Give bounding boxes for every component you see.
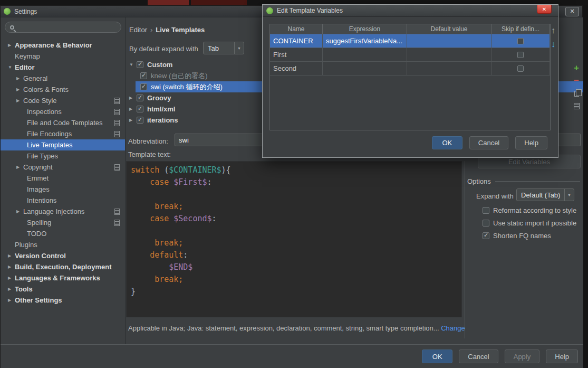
sidebar-item-keymap[interactable]: Keymap [1, 51, 125, 62]
sidebar-item-spelling[interactable]: Spelling [1, 217, 125, 228]
cell-default[interactable] [407, 34, 491, 48]
sidebar-item-images[interactable]: Images [1, 184, 125, 195]
checkbox[interactable] [137, 106, 143, 112]
apply-button[interactable]: Apply [505, 350, 540, 363]
cell-default[interactable] [407, 48, 491, 61]
add-template-icon[interactable]: + [572, 64, 581, 72]
cell-expression[interactable]: suggestFirstVariableNa... [323, 34, 407, 48]
option-shorten-fq-names[interactable]: Shorten FQ names [483, 231, 576, 241]
chevron-down-icon[interactable]: ▼ [564, 189, 574, 201]
cell-skip[interactable] [491, 48, 550, 61]
checkbox[interactable] [137, 61, 143, 68]
ok-button[interactable]: OK [422, 350, 452, 363]
chevron-right-icon[interactable]: ▶ [16, 165, 23, 169]
chevron-right-icon[interactable]: ▶ [8, 43, 15, 48]
move-down-icon[interactable]: ↓ [551, 40, 555, 49]
sidebar-item-languages-frameworks[interactable]: ▶Languages & Frameworks [1, 272, 125, 284]
column-header-expression[interactable]: Expression [323, 24, 407, 34]
chevron-right-icon[interactable]: ▶ [16, 209, 23, 214]
sidebar-item-label: Intentions [27, 196, 56, 204]
cell-default[interactable] [407, 62, 491, 75]
cell-skip[interactable] [491, 34, 550, 48]
restore-defaults-icon[interactable] [572, 102, 581, 110]
cancel-button[interactable]: Cancel [459, 350, 498, 363]
chevron-down-icon[interactable]: ▼ [234, 42, 244, 54]
option-reformat-according-to-style[interactable]: Reformat according to style [483, 205, 576, 215]
search-input[interactable] [17, 24, 116, 31]
default-expand-select[interactable]: Tab ▼ [203, 42, 244, 54]
move-up-icon[interactable]: ↑ [551, 26, 555, 35]
cell-name[interactable]: CONTAINER [270, 34, 323, 48]
table-row-container[interactable]: CONTAINERsuggestFirstVariableNa... [270, 34, 550, 48]
dialog-titlebar[interactable]: Edit Template Variables [263, 5, 558, 17]
checkbox[interactable] [137, 117, 143, 124]
option-use-static-import-if-possible[interactable]: Use static import if possible [483, 218, 576, 228]
dialog-ok-button[interactable]: OK [432, 136, 462, 149]
sidebar-item-live-templates[interactable]: Live Templates [1, 139, 125, 150]
sidebar-item-todo[interactable]: TODO [1, 228, 125, 239]
column-header-default-value[interactable]: Default value [407, 24, 491, 34]
column-header-name[interactable]: Name [270, 24, 323, 34]
search-box[interactable] [5, 22, 121, 33]
dialog-close-button[interactable]: ✕ [537, 5, 552, 14]
skip-checkbox[interactable] [517, 65, 524, 72]
chevron-right-icon[interactable]: ▶ [16, 76, 23, 81]
duplicate-template-icon[interactable] [572, 89, 581, 98]
skip-checkbox[interactable] [517, 38, 524, 44]
chevron-right-icon[interactable]: ▶ [16, 98, 23, 103]
breadcrumb-parent[interactable]: Editor [129, 26, 147, 34]
table-row-first[interactable]: First [270, 48, 550, 62]
chevron-right-icon[interactable]: ▶ [8, 276, 15, 280]
sidebar-item-appearance-behavior[interactable]: ▶Appearance & Behavior [1, 40, 125, 51]
checkbox[interactable] [137, 95, 143, 101]
sidebar-item-tools[interactable]: ▶Tools [1, 284, 125, 295]
help-button[interactable]: Help [546, 350, 578, 363]
expand-with-select[interactable]: Default (Tab) ▼ [516, 188, 574, 201]
table-row-second[interactable]: Second [270, 62, 550, 76]
chevron-right-icon[interactable]: ▶ [8, 287, 15, 291]
sidebar-item-copyright[interactable]: ▶Copyright [1, 162, 125, 173]
checkbox[interactable] [140, 72, 147, 79]
cell-expression[interactable] [323, 62, 407, 75]
chevron-right-icon[interactable]: ▶ [8, 298, 15, 303]
sidebar-item-build-execution-deployment[interactable]: ▶Build, Execution, Deployment [1, 261, 125, 272]
sidebar-item-file-and-code-templates[interactable]: File and Code Templates [1, 117, 125, 128]
chevron-right-icon[interactable]: ▶ [8, 253, 15, 258]
checkbox[interactable] [483, 232, 489, 239]
cell-skip[interactable] [491, 62, 550, 75]
sidebar-item-emmet[interactable]: Emmet [1, 173, 125, 184]
sidebar-item-intentions[interactable]: Intentions [1, 195, 125, 206]
sidebar-item-editor[interactable]: ▼Editor [1, 62, 125, 73]
checkbox[interactable] [140, 83, 147, 90]
sidebar-item-other-settings[interactable]: ▶Other Settings [1, 295, 125, 306]
change-link[interactable]: Change [441, 324, 465, 332]
sidebar-item-file-types[interactable]: File Types [1, 150, 125, 162]
chevron-down-icon[interactable]: ▼ [129, 62, 137, 67]
checkbox[interactable] [483, 207, 489, 214]
chevron-right-icon[interactable]: ▶ [129, 96, 137, 100]
chevron-right-icon[interactable]: ▶ [8, 265, 15, 269]
skip-checkbox[interactable] [517, 52, 524, 58]
sidebar-item-code-style[interactable]: ▶Code Style [1, 95, 125, 106]
cell-expression[interactable] [323, 48, 407, 61]
sidebar-item-version-control[interactable]: ▶Version Control [1, 250, 125, 261]
chevron-right-icon[interactable]: ▶ [129, 107, 137, 111]
remove-template-icon[interactable]: − [572, 77, 581, 85]
column-header-skip-if-defin[interactable]: Skip if defin... [491, 24, 550, 34]
sidebar-item-general[interactable]: ▶General [1, 73, 125, 84]
chevron-right-icon[interactable]: ▶ [16, 87, 23, 92]
cell-name[interactable]: First [270, 48, 323, 61]
sidebar-item-language-injections[interactable]: ▶Language Injections [1, 206, 125, 217]
window-close-button[interactable]: ✕ [565, 7, 579, 16]
sidebar-item-plugins[interactable]: Plugins [1, 239, 125, 250]
dialog-help-button[interactable]: Help [515, 136, 547, 149]
checkbox[interactable] [483, 220, 489, 227]
cell-name[interactable]: Second [270, 62, 323, 75]
chevron-down-icon[interactable]: ▼ [8, 65, 15, 70]
dialog-cancel-button[interactable]: Cancel [469, 136, 508, 149]
chevron-right-icon[interactable]: ▶ [129, 118, 137, 122]
sidebar-item-inspections[interactable]: Inspections [1, 106, 125, 117]
template-text-editor[interactable]: switch ($CONTAINER$){ case $First$: brea… [126, 161, 462, 317]
sidebar-item-colors-fonts[interactable]: ▶Colors & Fonts [1, 84, 125, 95]
sidebar-item-file-encodings[interactable]: File Encodings [1, 128, 125, 139]
